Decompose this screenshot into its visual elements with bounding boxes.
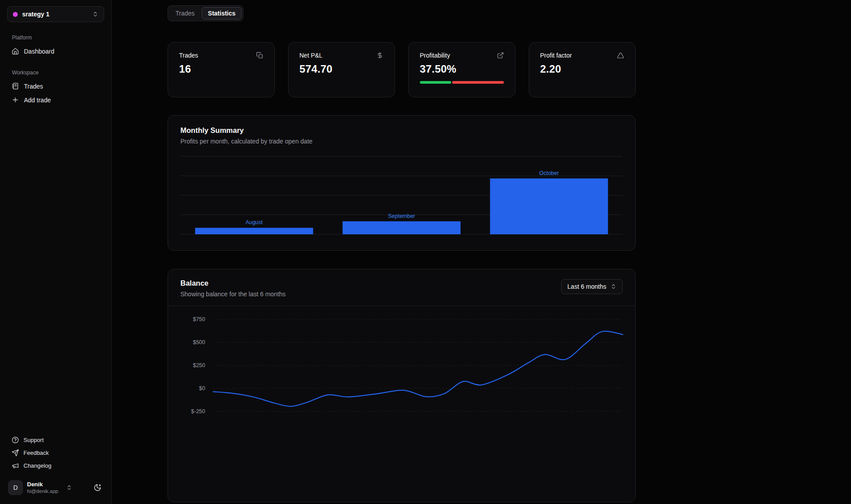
- workspace-selector[interactable]: srategy 1: [7, 6, 104, 22]
- footer-item-label: Changelog: [23, 462, 51, 469]
- svg-text:$0: $0: [199, 385, 205, 392]
- sidebar-item-dashboard[interactable]: Dashboard: [7, 44, 104, 58]
- svg-text:August: August: [246, 219, 263, 225]
- svg-text:$750: $750: [193, 316, 205, 322]
- sidebar-item-add-trade[interactable]: Add trade: [7, 93, 104, 107]
- stat-card-profitability: Profitability 37.50%: [408, 42, 515, 97]
- stat-value: 37.50%: [420, 63, 504, 75]
- footer-item-label: Feedback: [23, 450, 49, 456]
- chevrons-up-down-icon: [92, 11, 98, 17]
- monthly-summary-title: Monthly Summary: [180, 126, 623, 135]
- monthly-summary-bar-chart: AugustSeptemberOctober: [180, 153, 623, 240]
- trades-copy-icon: [256, 52, 263, 59]
- view-tabs: Trades Statistics: [168, 5, 243, 21]
- tab-trades[interactable]: Trades: [169, 7, 201, 19]
- workspace-color-dot: [13, 12, 18, 17]
- stat-value: 574.70: [300, 63, 384, 75]
- sidebar-item-trades[interactable]: Trades: [7, 79, 104, 93]
- svg-text:$-250: $-250: [191, 408, 205, 415]
- svg-text:$250: $250: [193, 362, 205, 368]
- stat-card-net-pnl: Net P&L 574.70: [288, 42, 395, 97]
- dollar-icon: [376, 52, 383, 59]
- megaphone-icon: [12, 462, 19, 469]
- user-name: Denik: [27, 481, 59, 488]
- help-icon: [12, 436, 19, 444]
- stat-value: 2.20: [540, 63, 625, 75]
- progress-loss-segment: [452, 81, 504, 84]
- moon-star-icon: [94, 484, 101, 492]
- user-menu[interactable]: D Denik hi@denik.app: [7, 478, 104, 497]
- balance-card: Balance Showing balance for the last 6 m…: [168, 269, 636, 502]
- home-icon: [12, 47, 19, 55]
- theme-toggle-button[interactable]: [92, 482, 103, 493]
- sidebar-item-feedback[interactable]: Feedback: [7, 446, 104, 459]
- stat-label: Profit factor: [540, 52, 572, 59]
- svg-text:$500: $500: [193, 339, 205, 345]
- stat-card-profit-factor: Profit factor 2.20: [529, 42, 636, 97]
- stat-card-trades: Trades 16: [168, 42, 275, 97]
- svg-text:October: October: [539, 170, 559, 176]
- sidebar-item-label: Trades: [24, 83, 43, 90]
- external-link-icon: [497, 52, 504, 59]
- svg-text:September: September: [388, 213, 415, 219]
- range-select-value: Last 6 months: [567, 283, 606, 290]
- stat-cards-row: Trades 16 Net P&L 574.70 Pro: [168, 42, 636, 97]
- balance-range-select[interactable]: Last 6 months: [561, 279, 623, 294]
- stat-label: Net P&L: [300, 52, 323, 59]
- progress-win-segment: [420, 81, 451, 84]
- send-icon: [12, 449, 19, 457]
- stat-label: Trades: [179, 52, 198, 59]
- user-email: hi@denik.app: [27, 488, 59, 494]
- chevrons-up-down-icon: [66, 485, 72, 491]
- balance-title: Balance: [180, 279, 285, 287]
- sidebar-item-label: Dashboard: [24, 48, 55, 55]
- sidebar-item-changelog[interactable]: Changelog: [7, 459, 104, 472]
- chevrons-up-down-icon: [610, 283, 617, 290]
- triangle-icon: [617, 52, 624, 59]
- sidebar: srategy 1 Platform Dashboard Workspace T…: [0, 0, 112, 504]
- stat-label: Profitability: [420, 52, 450, 59]
- stat-value: 16: [179, 63, 263, 75]
- monthly-summary-card: Monthly Summary Profits per month, calcu…: [168, 115, 636, 251]
- workspace-name: srategy 1: [22, 11, 88, 18]
- sidebar-item-label: Add trade: [24, 97, 51, 104]
- monthly-summary-subtitle: Profits per month, calculated by trade o…: [180, 138, 623, 145]
- sidebar-item-support[interactable]: Support: [7, 434, 104, 446]
- section-label-workspace: Workspace: [12, 70, 99, 76]
- section-label-platform: Platform: [12, 35, 99, 41]
- plus-icon: [12, 96, 19, 104]
- notebook-icon: [12, 82, 19, 90]
- tab-statistics[interactable]: Statistics: [202, 7, 242, 19]
- balance-line-chart: $750$500$250$0$-250: [177, 310, 625, 500]
- sidebar-footer: Support Feedback Changelog D Denik hi@de…: [7, 434, 104, 497]
- main-content: Trades Statistics Trades 16 Net P&L: [112, 0, 851, 504]
- avatar: D: [8, 480, 23, 495]
- footer-item-label: Support: [23, 437, 44, 443]
- balance-subtitle: Showing balance for the last 6 months: [180, 291, 285, 298]
- profitability-progress-bar: [420, 81, 504, 84]
